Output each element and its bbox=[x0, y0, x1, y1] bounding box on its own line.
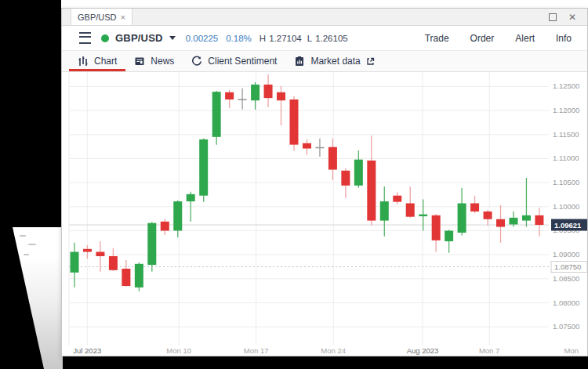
svg-text:Mon 7: Mon 7 bbox=[479, 346, 499, 355]
price-chart[interactable]: 1.125001.120001.115001.110001.105001.100… bbox=[62, 72, 587, 356]
svg-text:1.08750: 1.08750 bbox=[554, 262, 581, 271]
refresh-circle-icon bbox=[191, 56, 202, 67]
maximize-icon[interactable] bbox=[549, 13, 557, 21]
window-close-icon[interactable]: ✕ bbox=[568, 13, 576, 22]
svg-text:Jul 2023: Jul 2023 bbox=[73, 346, 101, 355]
svg-text:1.08000: 1.08000 bbox=[553, 298, 579, 307]
tab-chart-label: Chart bbox=[94, 56, 117, 67]
tab-client-sentiment-label: Client Sentiment bbox=[208, 56, 277, 67]
tab-chart[interactable]: Chart bbox=[69, 51, 125, 71]
svg-text:1.10000: 1.10000 bbox=[553, 202, 579, 211]
market-open-dot bbox=[101, 34, 109, 42]
svg-text:1.11000: 1.11000 bbox=[553, 154, 579, 162]
order-button[interactable]: Order bbox=[470, 33, 495, 44]
instrument-toolbar: GBP/USD 0.00225 0.18% H 1.27104 L 1.2610… bbox=[62, 26, 587, 50]
info-button[interactable]: Info bbox=[556, 33, 572, 44]
price-change-abs: 0.00225 bbox=[186, 34, 219, 43]
tab-client-sentiment[interactable]: Client Sentiment bbox=[183, 51, 285, 71]
tab-market-data-label: Market data bbox=[310, 56, 360, 67]
chart-window: GBP/USD × ✕ GBP/USD 0.00225 0.18% H 1.27… bbox=[61, 8, 588, 356]
paper-mark bbox=[20, 235, 26, 237]
tab-close-icon[interactable]: × bbox=[121, 13, 125, 22]
price-change-pct: 0.18% bbox=[226, 34, 252, 43]
svg-text:1.11500: 1.11500 bbox=[553, 130, 579, 139]
alert-button[interactable]: Alert bbox=[515, 33, 535, 44]
svg-text:1.12500: 1.12500 bbox=[553, 81, 579, 90]
svg-text:1.09621: 1.09621 bbox=[554, 221, 582, 230]
svg-text:1.10500: 1.10500 bbox=[553, 178, 579, 186]
svg-text:1.09000: 1.09000 bbox=[553, 250, 579, 259]
svg-text:Mon 10: Mon 10 bbox=[166, 346, 191, 355]
instrument-tab[interactable]: GBP/USD × bbox=[71, 9, 132, 25]
candlestick-chart[interactable]: 1.125001.120001.115001.110001.105001.100… bbox=[62, 72, 587, 359]
hamburger-menu-icon[interactable] bbox=[79, 32, 91, 44]
tab-news-label: News bbox=[151, 56, 174, 67]
symbol-name[interactable]: GBP/USD bbox=[115, 32, 163, 44]
svg-text:1.07500: 1.07500 bbox=[553, 322, 579, 331]
market-data-icon bbox=[294, 56, 305, 67]
svg-text:Aug 2023: Aug 2023 bbox=[407, 346, 439, 355]
svg-text:1.12000: 1.12000 bbox=[553, 106, 579, 114]
svg-text:Mon: Mon bbox=[564, 346, 579, 355]
day-high-value: 1.27104 bbox=[269, 34, 302, 43]
day-high-label: H bbox=[260, 34, 266, 43]
svg-text:Mon 17: Mon 17 bbox=[244, 346, 269, 355]
paper-mark bbox=[28, 244, 36, 245]
news-icon bbox=[134, 56, 145, 67]
svg-text:Mon 24: Mon 24 bbox=[321, 346, 346, 355]
instrument-tab-title: GBP/USD bbox=[78, 13, 118, 22]
view-tab-bar: Chart News Client Sentiment bbox=[62, 50, 587, 72]
external-link-icon bbox=[366, 57, 375, 66]
window-controls: ✕ bbox=[549, 9, 576, 25]
day-low-label: L bbox=[307, 34, 312, 43]
tab-market-data[interactable]: Market data bbox=[285, 51, 383, 71]
window-tab-strip: GBP/USD × ✕ bbox=[62, 9, 587, 26]
paper-mark bbox=[24, 254, 29, 255]
chevron-down-icon[interactable] bbox=[169, 36, 176, 40]
day-low-value: 1.26105 bbox=[315, 34, 348, 43]
trade-button[interactable]: Trade bbox=[425, 33, 449, 44]
candlestick-chart-icon bbox=[78, 56, 89, 67]
tab-news[interactable]: News bbox=[125, 51, 183, 71]
svg-text:1.08500: 1.08500 bbox=[553, 274, 579, 283]
